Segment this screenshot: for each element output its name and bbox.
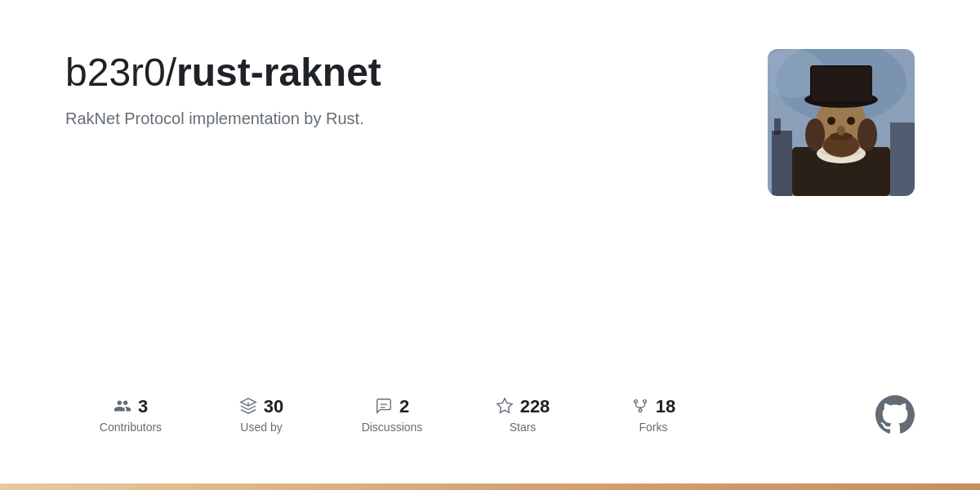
star-icon	[496, 397, 514, 417]
svg-rect-14	[812, 67, 872, 101]
discussions-label: Discussions	[362, 421, 423, 434]
repo-name: rust-raknet	[176, 51, 381, 94]
stat-stars-top: 228	[496, 396, 550, 417]
repo-owner: b23r0/	[65, 51, 176, 94]
discussions-icon	[375, 397, 393, 417]
svg-marker-21	[497, 398, 511, 412]
svg-point-15	[805, 118, 825, 151]
used-by-label: Used by	[240, 421, 282, 434]
stat-discussions-top: 2	[375, 396, 409, 417]
stat-forks-top: 18	[631, 396, 675, 417]
main-content: b23r0/rust-raknet RakNet Protocol implem…	[0, 0, 980, 483]
contributors-count: 3	[138, 396, 148, 417]
stat-stars[interactable]: 228 Stars	[457, 396, 588, 434]
svg-point-9	[827, 117, 835, 125]
people-icon	[114, 397, 131, 417]
svg-rect-19	[890, 122, 915, 196]
stars-count: 228	[520, 396, 550, 417]
svg-point-10	[847, 117, 855, 125]
stars-label: Stars	[510, 421, 537, 434]
stat-forks[interactable]: 18 Forks	[588, 396, 719, 434]
bottom-bar	[0, 483, 980, 490]
repo-description: RakNet Protocol implementation by Rust.	[65, 109, 381, 128]
avatar-image	[768, 49, 915, 196]
stat-contributors-top: 3	[114, 396, 148, 417]
used-by-count: 30	[264, 396, 283, 417]
forks-count: 18	[656, 396, 675, 417]
forks-label: Forks	[639, 421, 668, 434]
github-icon-container	[875, 395, 915, 434]
contributors-label: Contributors	[100, 421, 162, 434]
stat-used-by[interactable]: 30 Used by	[196, 396, 327, 434]
stat-contributors[interactable]: 3 Contributors	[65, 396, 196, 434]
repo-title: b23r0/rust-raknet	[65, 49, 381, 96]
svg-point-23	[643, 399, 646, 403]
repo-title-section: b23r0/rust-raknet RakNet Protocol implem…	[65, 49, 381, 177]
stat-used-by-top: 30	[239, 396, 283, 417]
svg-rect-17	[772, 131, 792, 196]
github-icon	[875, 395, 915, 434]
svg-point-22	[634, 399, 637, 403]
repo-avatar	[768, 49, 915, 196]
stat-discussions[interactable]: 2 Discussions	[327, 396, 457, 434]
fork-icon	[631, 397, 649, 417]
stats-row: 3 Contributors 30 Used by	[65, 395, 915, 451]
svg-rect-18	[774, 118, 781, 135]
package-icon	[239, 397, 257, 417]
discussions-count: 2	[399, 396, 409, 417]
svg-point-11	[837, 126, 845, 136]
svg-point-16	[858, 118, 877, 151]
repo-header: b23r0/rust-raknet RakNet Protocol implem…	[65, 49, 915, 196]
